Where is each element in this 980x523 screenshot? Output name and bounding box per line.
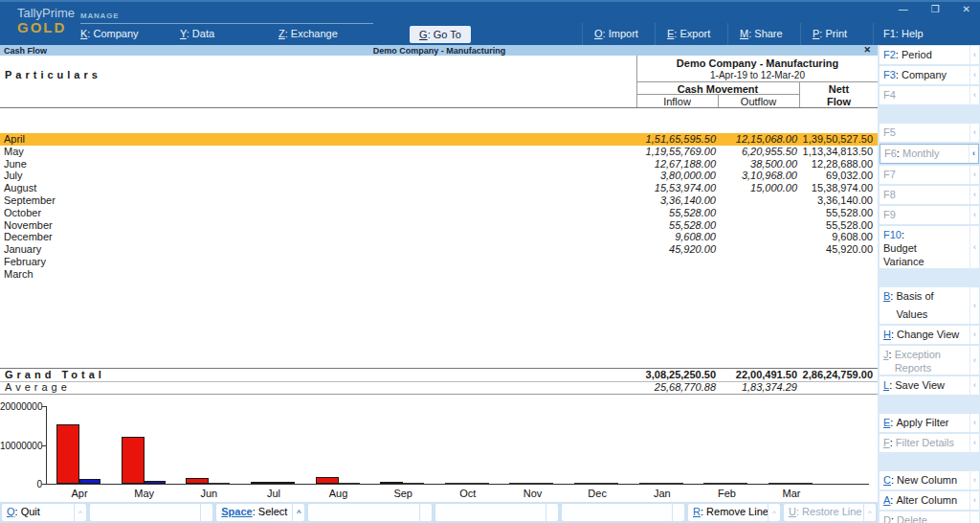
row-march[interactable]: March [0,268,879,281]
cell-inflow: 3,36,140.00 [517,194,716,207]
row-january[interactable]: January45,920.0045,920.00 [0,243,879,256]
cell-inflow: 1,51,65,595.50 [517,133,716,146]
shortcut-key: F2 [883,49,896,60]
right-button-panel: F2: Period‹F3: Company‹F4‹F5‹F6: Monthly… [878,45,980,523]
average-label: Average [5,381,71,394]
x-axis-label: Mar [770,488,813,499]
cell-month: September [4,194,56,207]
button-label: Alter Column [896,491,957,510]
x-axis-label: Sep [382,488,424,499]
menu-divider [582,23,583,46]
bottombar-button-quit[interactable]: Q: Quit^ [2,504,86,521]
collapse-arrow-icon: ‹ [969,124,979,142]
row-october[interactable]: October55,528.0055,528.00 [0,207,879,219]
app-name: TallyPrime [17,6,75,20]
sidebar-button-monthly[interactable]: F6: Monthly‹ [880,144,979,164]
expand-caret-icon: ^ [292,504,304,521]
menu-company[interactable]: K: Company [80,28,139,39]
button-label: Save View [895,376,945,395]
row-april[interactable]: April1,51,65,595.5012,15,068.001,39,50,5… [0,133,879,146]
bar-outflow-dec [597,483,618,484]
row-june[interactable]: June12,67,188.0038,500.0012,28,688.00 [0,158,879,171]
sidebar-button-new-column[interactable]: C: New Column‹ [880,471,979,489]
y-axis-label: 0 [0,479,42,489]
grand-total-nett: 2,86,24,759.00 [799,369,873,381]
sidebar-button-apply-filter[interactable]: E: Apply Filter‹ [880,414,979,432]
collapse-arrow-icon: ‹ [969,346,979,375]
menu-help[interactable]: F1: Help [883,28,924,39]
row-september[interactable]: September3,36,140.003,36,140.00 [0,194,879,207]
close-icon[interactable]: ✕ [963,2,970,17]
menu-import[interactable]: O: Import [594,28,638,39]
bar-inflow-may [122,437,145,484]
bottombar-empty-cell [562,504,684,521]
button-label: Company [902,66,947,84]
shortcut-key: U [789,506,796,517]
grand-total-row: Grand Total 3,08,25,250.50 22,00,491.50 … [0,368,879,382]
sidebar-gap [880,454,979,469]
menu-divider [873,23,874,46]
collapse-arrow-icon: ‹ [969,86,979,104]
bar-inflow-apr [56,424,79,484]
x-axis-label: Oct [447,488,489,499]
row-august[interactable]: August15,53,974.0015,000.0015,38,974.00 [0,182,879,194]
button-label: Filter Details [896,434,954,452]
minimize-icon[interactable]: — [899,2,908,17]
caret-divider [200,504,212,521]
cell-inflow: 12,67,188.00 [517,158,716,171]
sidebar-button-change-view[interactable]: H: Change View‹ [880,326,979,344]
cell-inflow: 3,80,000.00 [517,170,716,182]
shortcut-key: F4 [883,89,896,101]
bar-inflow-dec [574,483,597,484]
button-label: Apply Filter [896,414,948,432]
titlebar-company: Demo Company - Manufacturing [0,46,879,56]
button-label: Quit [21,506,40,517]
bar-outflow-jan [662,483,683,484]
y-axis-line [46,406,47,484]
average-row: Average 25,68,770.88 1,83,374.29 [0,381,879,395]
grand-total-inflow: 3,08,25,250.50 [517,369,716,381]
header-line [636,81,879,82]
bar-outflow-may [145,481,166,484]
bar-inflow-nov [509,483,532,484]
shortcut-key: R [693,506,701,517]
row-november[interactable]: November55,528.0055,528.00 [0,219,879,232]
menu-export[interactable]: E: Export [667,28,710,39]
collapse-arrow-icon: ‹ [969,434,979,452]
row-may[interactable]: May1,19,55,769.006,20,955.501,13,34,813.… [0,146,879,158]
row-february[interactable]: February [0,256,879,268]
menu-exchange[interactable]: Z: Exchange [278,28,338,39]
goto-button[interactable]: G: Go To [410,26,471,43]
cell-inflow: 55,528.00 [517,219,716,232]
row-december[interactable]: December9,608.009,608.00 [0,231,879,243]
sidebar-button-budget-variance[interactable]: F10: Budget Variance‹ [880,226,979,268]
outflow-column-header: Outflow [718,96,799,107]
x-axis-label: Aug [318,488,360,499]
expand-caret-icon: ^ [863,504,876,521]
sidebar-button-f9: F9‹ [880,206,979,224]
button-label: Basis of Values [896,287,959,324]
shortcut-key: F [883,437,890,448]
bottombar-button-select[interactable]: Space: Select^ [216,504,304,521]
cell-inflow: 9,608.00 [517,231,716,243]
button-label: Period [902,46,932,64]
sidebar-button-basis-of-values[interactable]: B: Basis of Values‹ [880,287,979,324]
report-close-icon[interactable]: ✕ [863,45,871,55]
sidebar-button-period[interactable]: F2: Period‹ [880,46,979,64]
menu-share[interactable]: M: Share [740,28,783,39]
menu-data[interactable]: Y: Data [180,28,214,39]
collapse-arrow-icon: ‹ [969,66,979,84]
bar-outflow-aug [339,483,360,484]
sidebar-button-company[interactable]: F3: Company‹ [880,66,979,84]
menu-divider [655,23,656,46]
row-july[interactable]: July3,80,000.003,10,968.0069,032.00 [0,170,879,182]
sidebar-button-save-view[interactable]: L: Save View‹ [880,376,979,395]
bar-outflow-feb [726,483,747,484]
maximize-icon[interactable]: ❐ [931,2,940,17]
bottombar-button-remove-line[interactable]: R: Remove Line^ [688,504,780,521]
sidebar-button-alter-column[interactable]: A: Alter Column‹ [880,491,979,510]
menu-print[interactable]: P: Print [813,28,847,39]
report-company-header: Demo Company - Manufacturing [636,57,879,69]
month-rows: April1,51,65,595.5012,15,068.001,39,50,5… [0,133,879,281]
y-axis-label: 20000000 [0,401,42,412]
